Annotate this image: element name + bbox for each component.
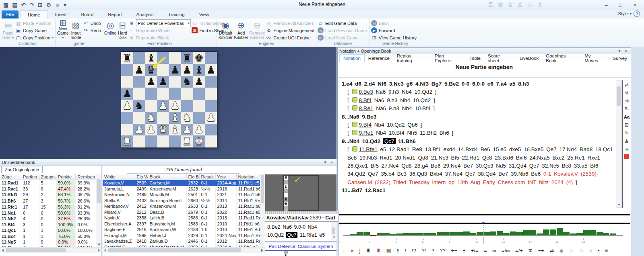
cell[interactable]: 2501 xyxy=(186,192,199,198)
cell[interactable]: 0-1 xyxy=(199,209,215,215)
cell[interactable]: 6 xyxy=(21,210,39,216)
column-header[interactable]: Result xyxy=(199,174,215,180)
undo-button[interactable]: ↶Undo xyxy=(83,20,101,27)
cell[interactable]: 2010 xyxy=(215,227,236,233)
new-game-button[interactable]: ⊞ New Game ▾ xyxy=(57,19,69,40)
cell[interactable]: 2832 xyxy=(186,180,199,186)
square-h1[interactable] xyxy=(205,135,217,147)
cell[interactable]: 2628 xyxy=(186,186,199,192)
cell[interactable]: 11.Rad1 b6 xyxy=(236,186,260,192)
cell[interactable]: 1 xyxy=(21,233,39,240)
eval-bar[interactable] xyxy=(350,234,357,235)
game-row[interactable]: Stella,A2403Iturrizaga Bonell..2660½-½20… xyxy=(103,198,260,204)
cell[interactable]: 112 xyxy=(21,180,39,186)
repertoire-white-button[interactable]: ♘Repertoire White xyxy=(128,27,191,34)
move-text[interactable]: Na6 9.h3 Nb4 10.Qd2 ] xyxy=(372,97,435,103)
stats-vertical-scrollbar[interactable] xyxy=(96,174,101,247)
cell[interactable]: 56.3% xyxy=(56,204,76,210)
square-h5[interactable] xyxy=(205,88,217,100)
square-a1[interactable]: ♜ xyxy=(121,135,133,147)
move-stats-row[interactable]: 11.Rfd129258.1%38.7% xyxy=(0,192,96,198)
repertoire-black-button[interactable]: ♞Repertoire Black xyxy=(128,34,191,41)
eval-bar[interactable] xyxy=(537,233,543,235)
square-e7[interactable]: ♟ xyxy=(169,64,181,76)
powerbook-combo[interactable]: ≡ Pirc Defence Powerbas▾ xyxy=(128,20,191,27)
minimize-button[interactable]: – xyxy=(599,0,613,10)
cell[interactable]: 2014 xyxy=(215,198,236,204)
eval-bar[interactable] xyxy=(357,232,363,235)
move-text[interactable]: 9.Bf4 xyxy=(359,122,372,128)
maximize-button[interactable]: □ xyxy=(613,0,628,10)
cell[interactable]: 5 xyxy=(39,180,56,186)
tab-score-sheet[interactable]: Score sheet xyxy=(484,54,516,62)
square-c2[interactable]: ♟ xyxy=(145,124,157,136)
square-a2[interactable] xyxy=(121,124,133,136)
move-stats-row[interactable]: 11.Bc41175.0%50.0% xyxy=(0,233,96,240)
cell[interactable]: 17 xyxy=(21,204,39,210)
eval-bar[interactable] xyxy=(430,233,436,236)
cell[interactable]: 1 xyxy=(39,227,56,233)
square-b4[interactable]: ♞ xyxy=(133,100,145,112)
cell[interactable]: 11.Rad1 Re8 xyxy=(236,215,260,221)
square-c1[interactable] xyxy=(145,135,157,147)
cell[interactable]: 2024-Nov xyxy=(215,233,236,239)
cell[interactable]: 0-1 xyxy=(199,244,215,248)
move-text[interactable]: [ xyxy=(347,105,352,111)
pen-icon[interactable]: ✎ xyxy=(625,130,629,136)
cell[interactable]: 11.Rac1 e5 xyxy=(236,209,260,215)
cell[interactable]: Bluvshtein,M xyxy=(148,221,186,227)
eval-bar[interactable] xyxy=(503,233,510,236)
cell[interactable]: 33 xyxy=(21,186,39,192)
eval-bar[interactable] xyxy=(390,234,396,235)
cell[interactable]: 59.0% xyxy=(56,180,76,186)
cell[interactable]: 50.0% xyxy=(56,227,76,233)
cell[interactable]: 11.Rfe1 Bd7 xyxy=(236,227,260,233)
notation-vertical-scrollbar[interactable] xyxy=(616,80,622,208)
eval-bar[interactable] xyxy=(383,233,390,235)
cell[interactable]: 27 xyxy=(21,198,39,204)
cell[interactable]: 2358 xyxy=(135,215,148,221)
cell[interactable]: 0.0% xyxy=(76,239,96,245)
scroll-up-icon[interactable] xyxy=(616,81,621,86)
square-g5[interactable] xyxy=(193,88,205,100)
cell[interactable]: 11.Rac1 xyxy=(0,186,21,192)
cell[interactable]: 11.Rfd1 xyxy=(0,192,21,198)
delete-variation-icon[interactable]: × xyxy=(351,248,354,253)
column-header[interactable]: Punkte xyxy=(56,174,76,180)
move-text[interactable]: 11.Bh6 xyxy=(396,138,416,144)
cell[interactable]: Eshraghi,M xyxy=(103,233,135,239)
square-a4[interactable]: ♟ xyxy=(121,100,133,112)
threat-icon[interactable]: ↯ xyxy=(625,90,629,96)
cell[interactable]: 2024-A xyxy=(215,244,236,248)
move-text[interactable]: 11.Rfe1 xyxy=(359,146,378,152)
cell[interactable]: 0-1 xyxy=(199,203,215,209)
eval-bar[interactable] xyxy=(363,232,370,235)
tab-table[interactable]: Table xyxy=(466,54,485,62)
hard-disk-search-button[interactable]: ⊟ Hard Disk xyxy=(117,19,128,40)
tab-view[interactable]: View xyxy=(192,10,217,18)
cell[interactable]: 0 xyxy=(39,216,56,222)
square-a3[interactable] xyxy=(121,112,133,124)
cell[interactable]: 3 xyxy=(39,198,56,204)
current-move-marker[interactable]: ▼ xyxy=(482,221,485,225)
remove-all-kibitzers-button[interactable]: ⊗Remove All Kibitzers xyxy=(266,20,314,27)
scroll-left-icon[interactable] xyxy=(103,248,108,253)
opening-book-icon[interactable] xyxy=(352,130,357,135)
game-row[interactable]: Javakhadze,Z2418Zarkua,D24460-1201211.Ra… xyxy=(103,238,260,244)
cell[interactable]: 2516 xyxy=(135,227,148,233)
cell[interactable]: Meribanov,V xyxy=(103,203,135,209)
eval-bar[interactable] xyxy=(583,230,590,235)
tab-openings-book[interactable]: Openings Book xyxy=(542,54,581,62)
cell[interactable]: 0.0% xyxy=(56,239,76,245)
cell[interactable]: 11.Bh6 e5 xyxy=(236,244,260,248)
paste-position-button[interactable]: ▦Paste Position xyxy=(15,20,54,27)
eval-bar[interactable] xyxy=(576,233,583,236)
interesting-move-icon[interactable]: !? xyxy=(412,248,416,253)
panel-close-icon[interactable]: × xyxy=(328,160,335,165)
cell[interactable]: 100.0% xyxy=(76,227,96,233)
cell[interactable]: 2539 xyxy=(135,180,148,186)
eval-bar[interactable] xyxy=(417,233,423,235)
zur-originalpartie-button[interactable]: Zur Originalpartie xyxy=(1,166,43,173)
eval-bar[interactable] xyxy=(463,231,470,235)
stats-horizontal-scrollbar[interactable] xyxy=(0,247,101,253)
